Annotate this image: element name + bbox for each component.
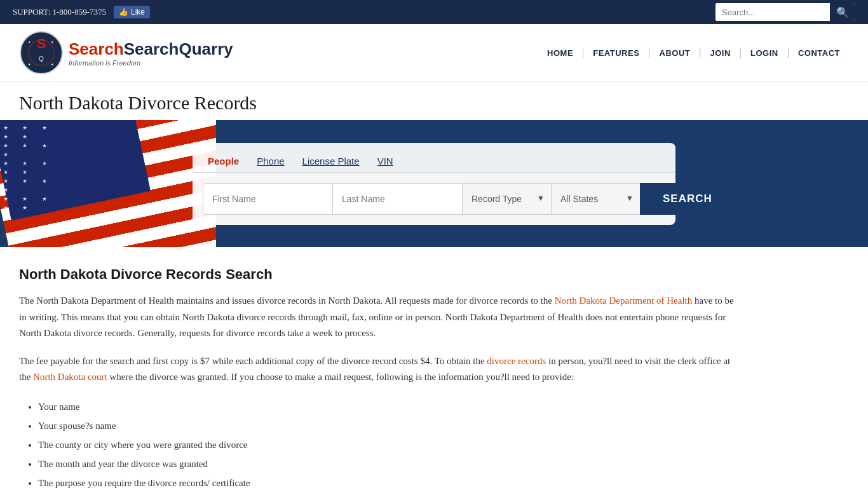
last-name-input[interactable] bbox=[332, 183, 462, 215]
content-para2: The fee payable for the search and first… bbox=[19, 353, 743, 386]
list-item: The county or city where you were grante… bbox=[38, 435, 743, 454]
divorce-records-link[interactable]: divorce records bbox=[487, 356, 546, 366]
search-button[interactable]: SEARCH bbox=[640, 183, 735, 215]
page-title-area: North Dakota Divorce Records bbox=[0, 82, 868, 120]
flag-stars: ★ ★ ★ ★ ★★ ★ ★ ★★ ★ ★ ★ ★★ ★ ★ ★★ ★ ★ ★ … bbox=[3, 123, 54, 212]
support-text: SUPPORT: 1-800-859-7375 bbox=[13, 7, 106, 17]
header: S Q ★ ★ ★ ★ SearchSearchQuarry Informati… bbox=[0, 24, 868, 82]
content-para2-post: where the divorce was granted. If you ch… bbox=[107, 372, 574, 382]
nav-features[interactable]: FEATURES bbox=[584, 48, 648, 58]
first-name-input[interactable] bbox=[203, 183, 332, 215]
top-search-input[interactable] bbox=[715, 3, 830, 21]
flag-decoration: ★ ★ ★ ★ ★★ ★ ★ ★★ ★ ★ ★ ★★ ★ ★ ★★ ★ ★ ★ … bbox=[0, 120, 216, 247]
content-para2-pre: The fee payable for the search and first… bbox=[19, 356, 487, 366]
hero-banner: ★ ★ ★ ★ ★★ ★ ★ ★★ ★ ★ ★ ★★ ★ ★ ★★ ★ ★ ★ … bbox=[0, 120, 868, 247]
like-button[interactable]: 👍 Like bbox=[114, 6, 150, 18]
logo-icon: S Q ★ ★ ★ ★ bbox=[19, 30, 64, 75]
nd-court-link[interactable]: North Dakota court bbox=[33, 372, 107, 382]
top-search-box: 🔍 bbox=[715, 3, 855, 21]
logo: S Q ★ ★ ★ ★ SearchSearchQuarry Informati… bbox=[19, 30, 233, 75]
content-section-title: North Dakota Divorce Records Search bbox=[19, 266, 743, 283]
search-tabs: People Phone License Plate VIN bbox=[193, 143, 675, 173]
top-bar-left: SUPPORT: 1-800-859-7375 👍 Like bbox=[13, 6, 150, 18]
logo-brand: SearchSearchQuarry bbox=[69, 39, 233, 59]
list-item: The purpose you require the divorce reco… bbox=[38, 473, 743, 489]
tab-license-plate[interactable]: License Plate bbox=[300, 151, 362, 173]
thumbs-up-icon: 👍 bbox=[119, 8, 128, 17]
top-bar-right: 🔍 bbox=[715, 3, 855, 21]
main-content: North Dakota Divorce Records Search The … bbox=[0, 247, 763, 488]
logo-tagline: Information is Freedom bbox=[69, 59, 233, 67]
search-widget: People Phone License Plate VIN Record Ty… bbox=[193, 143, 675, 225]
tab-phone[interactable]: Phone bbox=[254, 151, 287, 173]
main-nav: HOME | FEATURES | ABOUT | JOIN | LOGIN |… bbox=[538, 47, 849, 58]
content-para1-pre: The North Dakota Department of Health ma… bbox=[19, 295, 555, 306]
tab-people[interactable]: People bbox=[205, 151, 241, 173]
tab-vin[interactable]: VIN bbox=[375, 151, 396, 173]
svg-text:Q: Q bbox=[39, 55, 44, 62]
list-item: Your name bbox=[38, 397, 743, 416]
record-type-select[interactable]: Record Type bbox=[463, 184, 551, 214]
like-label: Like bbox=[131, 8, 145, 17]
nav-login[interactable]: LOGIN bbox=[742, 48, 787, 58]
page-title: North Dakota Divorce Records bbox=[19, 92, 849, 114]
nav-home[interactable]: HOME bbox=[538, 48, 582, 58]
all-states-select-wrap: All States ▼ bbox=[551, 183, 640, 215]
list-item: Your spouse?s name bbox=[38, 416, 743, 435]
search-form: Record Type ▼ All States ▼ SEARCH bbox=[193, 173, 675, 225]
nav-contact[interactable]: CONTACT bbox=[789, 48, 849, 58]
nd-health-link[interactable]: North Dakota Department of Health bbox=[555, 295, 693, 306]
content-para1: The North Dakota Department of Health ma… bbox=[19, 293, 743, 342]
nav-about[interactable]: ABOUT bbox=[651, 48, 700, 58]
logo-text-block: SearchSearchQuarry Information is Freedo… bbox=[69, 39, 233, 67]
top-bar: SUPPORT: 1-800-859-7375 👍 Like 🔍 bbox=[0, 0, 868, 24]
mail-request-list: Your name Your spouse?s name The county … bbox=[38, 397, 743, 489]
svg-text:S: S bbox=[37, 36, 46, 51]
list-item: The month and year the divorce was grant… bbox=[38, 454, 743, 473]
record-type-select-wrap: Record Type ▼ bbox=[462, 183, 551, 215]
all-states-select[interactable]: All States bbox=[552, 184, 640, 214]
nav-join[interactable]: JOIN bbox=[701, 48, 739, 58]
top-search-button[interactable]: 🔍 bbox=[830, 3, 855, 21]
